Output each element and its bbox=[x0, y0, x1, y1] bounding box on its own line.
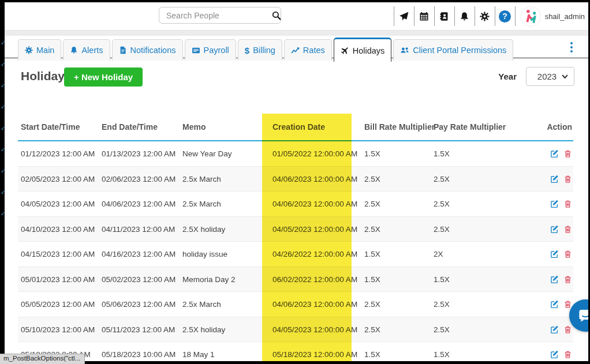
send-icon[interactable] bbox=[394, 6, 414, 26]
cell-end-date: 04/11/2023 12:00 AM bbox=[102, 225, 181, 234]
cell-memo: holiday issue bbox=[182, 250, 269, 258]
edit-icon[interactable] bbox=[550, 300, 559, 309]
row-actions bbox=[550, 300, 572, 309]
edit-icon[interactable] bbox=[550, 200, 559, 208]
cell-start-date: 05/01/2023 12:00 AM bbox=[21, 275, 100, 284]
address-book-icon[interactable] bbox=[434, 6, 454, 26]
tab-rates[interactable]: Rates bbox=[284, 39, 332, 61]
table-row: 05/01/2023 12:00 AM 05/02/2023 12:00 AM … bbox=[18, 267, 573, 292]
gear-icon bbox=[25, 46, 33, 54]
delete-icon[interactable] bbox=[563, 200, 572, 208]
cell-start-date: 04/15/2023 12:00 AM bbox=[21, 250, 100, 258]
tab-notifications[interactable]: Notifications bbox=[112, 39, 183, 61]
edit-icon[interactable] bbox=[550, 175, 559, 183]
year-filter: Year 2023 bbox=[498, 67, 574, 86]
year-value: 2023 bbox=[532, 72, 562, 81]
help-icon[interactable]: ? bbox=[495, 6, 516, 26]
tab-bar: Main Alerts Notifications Payroll $ Bill… bbox=[18, 36, 515, 61]
dollar-icon: $ bbox=[245, 46, 249, 55]
column-header-start: Start Date/Time bbox=[21, 122, 100, 132]
cell-pay-rate-multiplier: 2.5X bbox=[434, 325, 520, 334]
column-header-end: End Date/Time bbox=[102, 122, 181, 132]
year-label: Year bbox=[498, 72, 517, 81]
delete-icon[interactable] bbox=[563, 225, 572, 234]
edit-icon[interactable] bbox=[550, 350, 559, 359]
cell-memo: 2.5X holiday bbox=[182, 325, 269, 334]
delete-icon[interactable] bbox=[563, 350, 572, 359]
tab-alerts[interactable]: Alerts bbox=[63, 39, 110, 61]
column-header-creation-date: Creation Date bbox=[272, 122, 364, 132]
cell-end-date: 05/18/2023 10:00 AM bbox=[102, 350, 181, 359]
edge-tick-icon: ✓ bbox=[1, 62, 5, 67]
edit-icon[interactable] bbox=[550, 225, 559, 234]
cell-memo: 2.5x March bbox=[182, 175, 269, 183]
tab-holidays[interactable]: Holidays bbox=[334, 37, 392, 62]
delete-icon[interactable] bbox=[563, 149, 572, 158]
cell-bill-rate-multiplier: 2.5X bbox=[364, 325, 431, 334]
row-actions bbox=[550, 350, 572, 359]
delete-icon[interactable] bbox=[563, 175, 572, 183]
top-bar: ? shail_admin bbox=[5, 2, 588, 31]
chevron-down-icon bbox=[562, 74, 568, 79]
cell-pay-rate-multiplier: 2.5X bbox=[434, 175, 520, 183]
more-options-menu-icon[interactable] bbox=[566, 40, 577, 54]
edge-tick-icon: ✓ bbox=[1, 83, 5, 89]
cell-end-date: 05/02/2023 12:00 AM bbox=[102, 275, 181, 284]
cell-creation-date: 01/05/2022 12:00:00 AM bbox=[272, 149, 364, 158]
cell-start-date: 01/12/2023 12:00 AM bbox=[21, 149, 100, 158]
tab-label: Rates bbox=[303, 46, 325, 55]
holidays-table: Start Date/Time End Date/Time Memo Creat… bbox=[18, 114, 573, 361]
tab-billing[interactable]: $ Billing bbox=[238, 39, 282, 61]
cell-bill-rate-multiplier: 2.5X bbox=[364, 225, 431, 234]
cell-end-date: 05/11/2023 12:00 AM bbox=[102, 325, 181, 334]
search-icon[interactable] bbox=[272, 11, 281, 20]
search-input[interactable] bbox=[165, 10, 272, 21]
cell-start-date: 05/10/2023 12:00 AM bbox=[21, 325, 100, 334]
tab-label: Main bbox=[36, 46, 54, 55]
tab-client-portal-permissions[interactable]: Client Portal Permissions bbox=[393, 39, 513, 61]
edge-tick-icon: ✓ bbox=[1, 104, 5, 110]
gear-icon[interactable] bbox=[475, 6, 495, 26]
edit-icon[interactable] bbox=[550, 325, 559, 334]
edit-icon[interactable] bbox=[550, 250, 559, 258]
cell-pay-rate-multiplier: 2.5X bbox=[434, 200, 520, 208]
cell-end-date: 04/06/2023 12:00 AM bbox=[102, 200, 181, 208]
avatar bbox=[521, 7, 540, 26]
tab-label: Billing bbox=[253, 46, 275, 55]
status-bar-tooltip: m_PostBackOptions("ctl... bbox=[0, 354, 85, 364]
cell-creation-date: 05/18/2023 12:00:00 AM bbox=[272, 350, 364, 359]
cell-creation-date: 04/06/2023 12:00:00 AM bbox=[272, 300, 364, 309]
edge-tick-icon: ✓ bbox=[1, 211, 5, 217]
calendar-icon[interactable] bbox=[414, 6, 434, 26]
chat-icon bbox=[577, 307, 588, 324]
cell-memo: 2.5x March bbox=[182, 300, 269, 309]
delete-icon[interactable] bbox=[563, 275, 572, 284]
edit-icon[interactable] bbox=[550, 149, 559, 158]
tab-label: Holidays bbox=[353, 46, 385, 55]
tab-label: Alerts bbox=[81, 46, 103, 55]
cell-pay-rate-multiplier: 2.5X bbox=[434, 300, 520, 309]
tab-main[interactable]: Main bbox=[18, 39, 61, 61]
cell-memo: 18 May 1 bbox=[182, 350, 269, 359]
cell-pay-rate-multiplier: 1.5X bbox=[434, 149, 520, 158]
bell-icon[interactable] bbox=[454, 6, 475, 26]
row-actions bbox=[550, 200, 572, 208]
cell-pay-rate-multiplier: 2.5X bbox=[434, 225, 520, 234]
search-box[interactable] bbox=[159, 7, 281, 24]
cell-bill-rate-multiplier: 1.5X bbox=[364, 250, 431, 258]
user-menu[interactable]: shail_admin bbox=[521, 7, 585, 26]
cell-start-date: 02/05/2023 12:00 AM bbox=[21, 175, 100, 183]
edge-tick-icon: ✓ bbox=[1, 168, 5, 174]
users-icon bbox=[400, 46, 409, 55]
delete-icon[interactable] bbox=[563, 250, 572, 258]
tab-payroll[interactable]: Payroll bbox=[185, 39, 236, 61]
edge-tick-icon: ✓ bbox=[1, 147, 5, 153]
new-holiday-button[interactable]: + New Holiday bbox=[64, 67, 143, 87]
cell-start-date: 04/05/2023 12:00 AM bbox=[21, 200, 100, 208]
year-select[interactable]: 2023 bbox=[526, 67, 574, 86]
app-window: ? shail_admin Main Alerts Notifications bbox=[5, 2, 588, 361]
edit-icon[interactable] bbox=[550, 275, 559, 284]
delete-icon[interactable] bbox=[563, 325, 572, 334]
column-header-bill-rate: Bill Rate Multiplier bbox=[364, 122, 431, 132]
column-header-pay-rate: Pay Rate Multiplier bbox=[434, 122, 520, 132]
